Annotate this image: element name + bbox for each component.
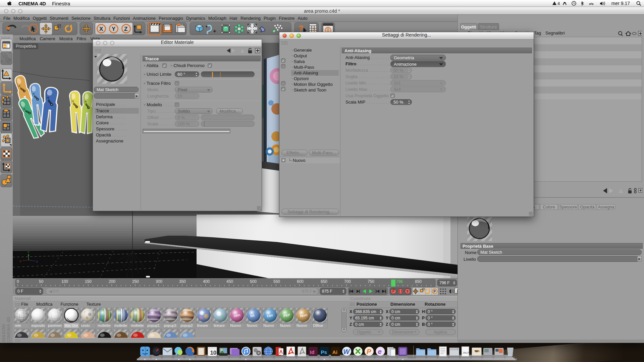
svg-text:Nuovo: Nuovo [280, 323, 290, 327]
svg-text:550: 550 [273, 279, 280, 284]
svg-text:368.835 cm: 368.835 cm [355, 309, 376, 314]
svg-text:875 F ▶: 875 F ▶ [302, 289, 317, 294]
svg-text:50: 50 [39, 279, 44, 284]
svg-text:e: e [378, 348, 381, 355]
svg-text:750: 750 [368, 279, 374, 284]
svg-text:0 cm: 0 cm [391, 322, 400, 327]
svg-text:0 °: 0 ° [428, 322, 433, 327]
svg-text:Nuovo: Nuovo [230, 323, 241, 327]
svg-text:400: 400 [203, 279, 210, 284]
svg-text:X: X [386, 309, 388, 314]
svg-text:Y: Y [112, 26, 116, 32]
svg-text:0 °: 0 ° [428, 316, 433, 320]
svg-text:Dimensione: Dimensione [392, 330, 414, 335]
svg-text:mollette: mollette [131, 323, 144, 327]
svg-text:500: 500 [250, 279, 257, 284]
svg-text:0 cm: 0 cm [355, 322, 364, 327]
svg-text:0 F: 0 F [17, 289, 23, 294]
svg-text:200: 200 [109, 279, 115, 284]
svg-text:700: 700 [344, 279, 351, 284]
svg-text:?: ? [406, 290, 409, 294]
svg-text:X: X [350, 309, 352, 314]
svg-text:350: 350 [179, 279, 186, 284]
svg-text:lineare: lineare [214, 323, 225, 327]
svg-text:JNLP: JNLP [463, 351, 469, 354]
svg-text:Nuovo: Nuovo [297, 323, 307, 327]
svg-text:796 F: 796 F [439, 281, 450, 285]
svg-text:4: 4 [557, 1, 560, 6]
svg-text:650: 650 [321, 279, 327, 284]
svg-text:300: 300 [156, 279, 162, 284]
svg-text:Z: Z [386, 322, 388, 327]
svg-text:cesto: cesto [81, 323, 90, 327]
svg-text:X: X [19, 260, 21, 263]
svg-text:0: 0 [17, 279, 19, 284]
svg-text:popup1: popup1 [147, 323, 160, 327]
svg-text:P: P [422, 316, 425, 320]
svg-text:X: X [99, 26, 103, 32]
svg-text:Z: Z [124, 26, 127, 32]
svg-text:pavimen: pavimen [48, 323, 62, 327]
svg-text:0 °: 0 ° [428, 309, 433, 314]
svg-text:H: H [422, 309, 425, 314]
svg-text:150: 150 [85, 279, 92, 284]
svg-text:◀ 0 F: ◀ 0 F [49, 289, 59, 294]
svg-text:W: W [343, 348, 350, 355]
svg-text:Oggetto: Oggetto [357, 330, 371, 335]
svg-text:Nuovo: Nuovo [263, 323, 274, 327]
svg-text:P: P [367, 348, 371, 355]
svg-text:B: B [422, 322, 425, 327]
svg-text:rete: rete [15, 323, 21, 327]
svg-text:Y: Y [28, 251, 30, 254]
svg-text:P: P [434, 290, 436, 293]
svg-text:Nuovo: Nuovo [247, 323, 258, 327]
svg-text:796: 796 [396, 279, 403, 284]
svg-text:450: 450 [226, 279, 233, 284]
svg-text:Id: Id [310, 349, 314, 355]
svg-text:100: 100 [61, 279, 68, 284]
svg-text:esposito: esposito [31, 323, 45, 327]
svg-text:DBlue: DBlue [313, 323, 323, 327]
svg-text:Z: Z [36, 260, 38, 263]
svg-text:875 F: 875 F [322, 289, 332, 294]
svg-text:Applica: Applica [434, 330, 447, 335]
svg-text:850: 850 [415, 279, 422, 284]
svg-text:Y: Y [386, 316, 388, 320]
svg-text:Ai: Ai [332, 349, 337, 355]
svg-text:Y: Y [350, 316, 352, 320]
svg-text:Ps: Ps [321, 349, 327, 355]
svg-text:0 cm: 0 cm [391, 316, 400, 320]
svg-text:popup3: popup3 [164, 323, 176, 327]
svg-text:mollette: mollette [98, 323, 111, 327]
svg-text:10: 10 [210, 350, 216, 356]
svg-text:lineare: lineare [197, 323, 208, 327]
svg-text:0 cm: 0 cm [391, 309, 400, 314]
svg-text:popup2: popup2 [180, 323, 193, 327]
svg-text:600: 600 [297, 279, 304, 284]
svg-text:Z: Z [350, 322, 352, 327]
svg-text:Mat Ske: Mat Ske [64, 323, 78, 327]
svg-text:?: ? [299, 24, 304, 33]
svg-text:250: 250 [132, 279, 139, 284]
svg-text:mollette: mollette [114, 323, 127, 327]
svg-text:65.195 cm: 65.195 cm [355, 316, 374, 320]
